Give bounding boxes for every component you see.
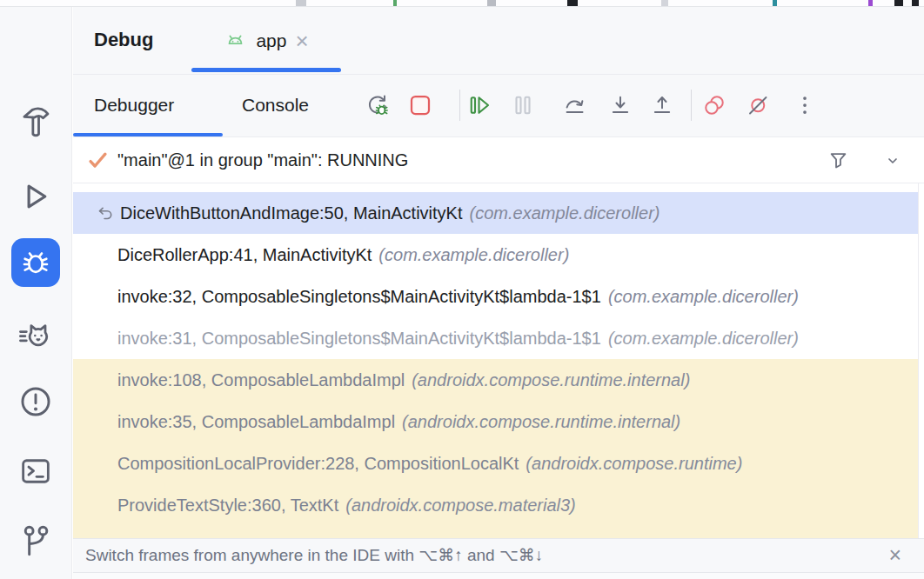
sidebar-item-problems[interactable] bbox=[17, 383, 55, 421]
frame-location: ProvideTextStyle:360, TextKt bbox=[117, 496, 338, 516]
stack-frame[interactable]: DiceWithButtonAndImage:50, MainActivityK… bbox=[73, 192, 918, 234]
frame-package: (com.example.diceroller) bbox=[608, 287, 799, 307]
tab-app-label: app bbox=[256, 30, 286, 51]
sidebar-item-terminal[interactable] bbox=[17, 452, 55, 490]
debugger-toolbar: Debugger Console bbox=[73, 75, 924, 137]
thread-running-check-icon bbox=[86, 149, 110, 172]
frame-location: CompositionLocalProvider:228, Compositio… bbox=[117, 454, 519, 474]
frame-package: (androidx.compose.runtime.internal) bbox=[402, 412, 680, 432]
view-breakpoints-icon[interactable] bbox=[701, 92, 727, 118]
step-into-icon[interactable] bbox=[607, 92, 633, 118]
mute-breakpoints-icon[interactable] bbox=[745, 92, 771, 118]
stack-frame[interactable]: ProvideTextStyle:360, TextKt (androidx.c… bbox=[73, 484, 918, 526]
sidebar-item-build[interactable] bbox=[17, 103, 55, 141]
execution-point-icon bbox=[96, 203, 115, 223]
frame-package: (com.example.diceroller) bbox=[470, 203, 660, 223]
thread-status-text: "main"@1 in group "main": RUNNING bbox=[117, 137, 408, 183]
close-icon[interactable]: × bbox=[295, 30, 308, 52]
sidebar-item-run[interactable] bbox=[17, 177, 55, 216]
sidebar-item-debug[interactable] bbox=[11, 238, 60, 287]
stack-frames-list: DiceWithButtonAndImage:50, MainActivityK… bbox=[73, 183, 924, 538]
editor-code-fragment bbox=[894, 0, 903, 6]
exclamation-circle-icon bbox=[17, 383, 55, 421]
chevron-down-icon[interactable] bbox=[882, 150, 903, 171]
tab-debugger[interactable]: Debugger bbox=[94, 75, 174, 137]
step-out-icon[interactable] bbox=[649, 92, 675, 118]
stack-frame[interactable]: DiceRollerApp:41, MainActivityKt (com.ex… bbox=[73, 234, 918, 276]
frame-package: (com.example.diceroller) bbox=[378, 245, 569, 265]
frame-location: DiceRollerApp:41, MainActivityKt bbox=[117, 245, 372, 265]
frame-package: (androidx.compose.runtime.internal) bbox=[412, 370, 690, 390]
frame-location: invoke:35, ComposableLambdaImpl bbox=[117, 412, 395, 432]
android-icon bbox=[224, 30, 247, 53]
cat-icon bbox=[17, 316, 55, 355]
frame-package: (androidx.compose.material3) bbox=[345, 496, 576, 516]
editor-code-fragment bbox=[661, 0, 668, 6]
hint-bar: Switch frames from anywhere in the IDE w… bbox=[73, 538, 924, 573]
tab-app[interactable]: app × bbox=[191, 7, 341, 75]
terminal-icon bbox=[17, 453, 54, 489]
frame-location: invoke:31, ComposableSingletons$MainActi… bbox=[117, 329, 601, 349]
git-branch-icon bbox=[17, 522, 55, 560]
editor-code-fragment bbox=[393, 0, 397, 6]
frame-location: invoke:32, ComposableSingletons$MainActi… bbox=[117, 287, 601, 307]
frame-location: DiceWithButtonAndImage:50, MainActivityK… bbox=[120, 203, 463, 223]
pause-icon[interactable] bbox=[510, 92, 536, 118]
frame-package: (androidx.compose.runtime) bbox=[526, 454, 742, 474]
sidebar-item-profiler[interactable] bbox=[17, 316, 55, 355]
bug-icon bbox=[18, 245, 53, 280]
hint-text: Switch frames from anywhere in the IDE w… bbox=[85, 539, 543, 574]
thread-status-bar[interactable]: "main"@1 in group "main": RUNNING bbox=[73, 137, 924, 183]
step-over-icon[interactable] bbox=[562, 92, 588, 118]
stack-frame[interactable]: invoke:108, ComposableLambdaImpl (androi… bbox=[73, 359, 918, 401]
stack-frame[interactable]: invoke:32, ComposableSingletons$MainActi… bbox=[73, 276, 918, 317]
frame-location: invoke:108, ComposableLambdaImpl bbox=[117, 370, 405, 390]
selected-tool-tab-underline bbox=[73, 133, 223, 136]
more-options-icon[interactable] bbox=[792, 92, 818, 118]
tab-console[interactable]: Console bbox=[242, 75, 309, 137]
sidebar-item-version-control[interactable] bbox=[17, 522, 55, 560]
stop-icon[interactable] bbox=[407, 92, 433, 118]
filter-icon[interactable] bbox=[827, 149, 850, 172]
close-icon[interactable]: × bbox=[888, 539, 901, 574]
debug-header: Debug app × bbox=[73, 7, 924, 75]
editor-code-fragment bbox=[773, 0, 777, 6]
toolbar-separator bbox=[691, 90, 692, 121]
editor-strip bbox=[0, 0, 924, 7]
scrollbar-gutter[interactable] bbox=[918, 183, 924, 538]
editor-code-fragment bbox=[296, 0, 306, 6]
hammer-icon bbox=[17, 103, 54, 140]
stack-frame[interactable]: invoke:35, ComposableLambdaImpl (android… bbox=[73, 401, 918, 443]
rerun-icon[interactable] bbox=[364, 92, 390, 118]
editor-code-fragment bbox=[487, 0, 496, 6]
toolbar-separator bbox=[459, 90, 460, 121]
editor-code-fragment bbox=[567, 0, 578, 6]
editor-code-fragment bbox=[868, 0, 873, 6]
editor-code-fragment bbox=[912, 0, 919, 6]
tool-window-title: Debug bbox=[94, 7, 153, 75]
stack-frame[interactable]: CompositionLocalProvider:228, Compositio… bbox=[73, 443, 918, 484]
stack-frame[interactable]: invoke:31, ComposableSingletons$MainActi… bbox=[73, 317, 918, 359]
debug-tool-window: Debug app × Debugger Console bbox=[73, 7, 924, 579]
selected-tab-underline bbox=[191, 68, 341, 72]
frame-package: (com.example.diceroller) bbox=[608, 329, 799, 349]
tool-window-stripe bbox=[0, 7, 72, 579]
resume-icon[interactable] bbox=[466, 92, 492, 118]
panel-footer bbox=[73, 573, 924, 579]
play-icon bbox=[17, 178, 54, 215]
